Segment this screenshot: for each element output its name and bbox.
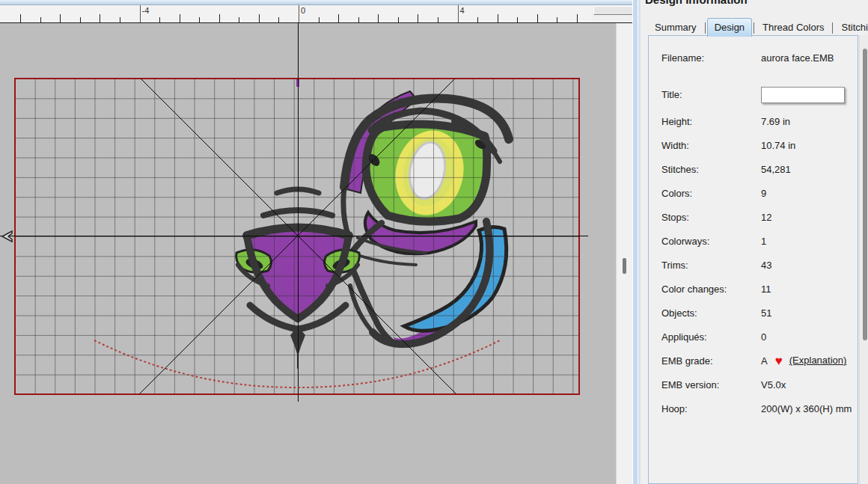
tab-bar: SummaryDesignThread ColorsStitching bbox=[648, 19, 868, 36]
field-value: 10.74 in bbox=[761, 140, 795, 151]
design-canvas[interactable] bbox=[0, 23, 616, 484]
field-label: Colors: bbox=[661, 182, 761, 206]
window-top-strip bbox=[0, 0, 632, 5]
horizontal-ruler: -404 bbox=[0, 5, 592, 23]
info-row: Width:10.74 in bbox=[649, 133, 858, 157]
ruler-label: 0 bbox=[301, 6, 305, 15]
ruler-tick bbox=[537, 14, 538, 22]
tab-design[interactable]: Design bbox=[707, 18, 752, 37]
field-label: Title: bbox=[661, 80, 761, 110]
field-value: 7.69 in bbox=[761, 116, 790, 127]
tab-stitching[interactable]: Stitching bbox=[834, 19, 868, 36]
scrollbar-top-button[interactable] bbox=[593, 6, 633, 15]
field-value: 0 bbox=[761, 331, 766, 343]
field-label: EMB version: bbox=[661, 373, 761, 397]
info-row: Filename:aurora face.EMB bbox=[649, 46, 858, 75]
panel-title: Design Information bbox=[645, 0, 748, 6]
ruler-label-line bbox=[458, 5, 459, 22]
info-row: Trims:43 bbox=[649, 253, 858, 277]
ruler-tick bbox=[477, 17, 478, 22]
field-value: 1 bbox=[761, 236, 766, 247]
field-value: 51 bbox=[761, 307, 771, 319]
info-row: Hoop:200(W) x 360(H) mm bbox=[649, 396, 858, 420]
tab-separator bbox=[832, 22, 833, 34]
panel-vertical-scrollbar[interactable] bbox=[859, 35, 868, 484]
ruler-tick bbox=[259, 14, 260, 22]
field-label: Width: bbox=[661, 134, 761, 158]
ruler-tick bbox=[159, 17, 160, 22]
ruler-tick bbox=[180, 14, 180, 22]
field-label: Colorways: bbox=[661, 230, 761, 254]
field-label: Objects: bbox=[661, 301, 761, 325]
field-label: Filename: bbox=[661, 47, 761, 70]
grade-value: A bbox=[761, 355, 768, 367]
ruler-tick bbox=[278, 17, 279, 22]
ruler-label-line bbox=[140, 5, 141, 22]
info-row: Stops:12 bbox=[649, 205, 858, 229]
info-row: Colorways:1 bbox=[649, 229, 858, 253]
field-label: Height: bbox=[661, 110, 761, 134]
info-row: Height:7.69 in bbox=[649, 109, 858, 133]
info-row: Appliqués:0 bbox=[649, 325, 858, 349]
heart-icon: ♥ bbox=[775, 354, 783, 368]
ruler-tick bbox=[398, 17, 399, 22]
ruler-tick bbox=[378, 14, 379, 22]
ruler-tick bbox=[100, 14, 100, 22]
tab-summary[interactable]: Summary bbox=[648, 19, 703, 36]
panel-scrollbar-thumb[interactable] bbox=[863, 49, 867, 340]
tab-separator bbox=[754, 22, 754, 34]
ruler-tick bbox=[418, 14, 418, 22]
ruler-tick bbox=[40, 17, 41, 22]
info-row: EMB version:V5.0x bbox=[649, 373, 858, 396]
ruler-tick bbox=[517, 17, 518, 22]
field-label: EMB grade: bbox=[661, 349, 761, 373]
ruler-tick bbox=[219, 14, 220, 22]
ruler-tick bbox=[199, 17, 200, 22]
tab-separator bbox=[705, 22, 706, 34]
ruler-tick bbox=[20, 14, 21, 22]
field-value: V5.0x bbox=[761, 379, 786, 390]
field-label: Color changes: bbox=[661, 278, 761, 301]
design-tab-content: Filename:aurora face.EMBTitle:Height:7.6… bbox=[648, 35, 858, 484]
ruler-tick bbox=[80, 17, 81, 22]
field-label: Trims: bbox=[661, 254, 761, 278]
field-label: Stitches: bbox=[661, 158, 761, 182]
ruler-tick bbox=[498, 14, 498, 22]
field-value: 11 bbox=[761, 284, 771, 295]
field-label: Appliqués: bbox=[661, 325, 761, 349]
info-row: Colors:9 bbox=[649, 181, 858, 205]
info-row: EMB grade:A♥(Explanation) bbox=[649, 349, 858, 373]
ruler-tick bbox=[239, 17, 239, 22]
field-value: aurora face.EMB bbox=[761, 52, 834, 64]
info-row: Objects:51 bbox=[649, 301, 858, 325]
field-label: Hoop: bbox=[661, 397, 761, 421]
info-row: Color changes:11 bbox=[649, 277, 858, 301]
ruler-tick bbox=[577, 14, 578, 22]
ruler-tick bbox=[358, 17, 359, 22]
field-value: 12 bbox=[761, 212, 771, 223]
field-value: 200(W) x 360(H) mm bbox=[761, 403, 852, 414]
explanation-link[interactable]: (Explanation) bbox=[789, 355, 847, 366]
ruler-tick bbox=[438, 17, 438, 22]
title-input[interactable] bbox=[761, 87, 845, 103]
design-canvas-svg bbox=[0, 23, 616, 484]
info-row: Stitches:54,281 bbox=[649, 157, 858, 181]
field-value: 9 bbox=[761, 188, 766, 199]
field-value: 43 bbox=[761, 260, 771, 271]
field-value: 54,281 bbox=[761, 164, 791, 175]
ruler-tick bbox=[60, 14, 61, 22]
ruler-label: -4 bbox=[142, 6, 150, 15]
ruler-tick bbox=[338, 14, 339, 22]
ruler-tick bbox=[557, 17, 557, 22]
canvas-scrollbar-thumb[interactable] bbox=[623, 258, 626, 274]
canvas-vertical-scrollbar[interactable] bbox=[616, 23, 633, 484]
ruler-label-line bbox=[299, 5, 299, 22]
field-label: Stops: bbox=[661, 206, 761, 230]
ruler-tick bbox=[319, 17, 320, 22]
ruler-tick bbox=[120, 17, 120, 22]
panel-splitter[interactable] bbox=[632, 0, 641, 484]
info-row: Title: bbox=[649, 79, 858, 109]
design-information-panel: Design Information SummaryDesignThread C… bbox=[641, 0, 868, 484]
tab-thread-colors[interactable]: Thread Colors bbox=[756, 19, 831, 36]
ruler-label: 4 bbox=[460, 6, 465, 15]
